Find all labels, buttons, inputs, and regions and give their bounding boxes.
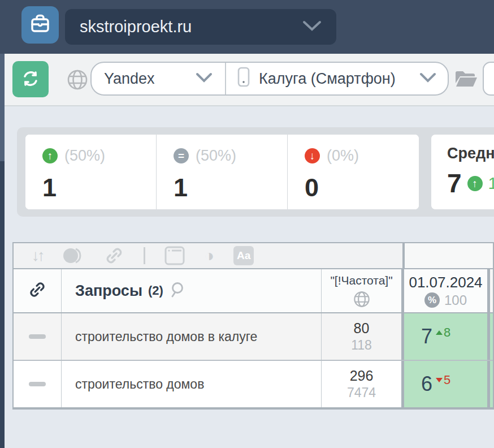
frequency-label: "[!Частота]" (330, 274, 392, 287)
percent-icon: % (424, 292, 440, 308)
search-icon[interactable] (170, 281, 187, 300)
case-icon[interactable]: Aa (233, 246, 254, 265)
contrast-icon[interactable]: ◑ (204, 247, 214, 264)
sort-icon[interactable]: ↓↑ (32, 247, 43, 265)
chevron-down-icon (419, 70, 436, 88)
overlapping-circles-icon[interactable] (62, 246, 85, 265)
dash-icon (29, 382, 46, 386)
queries-count: (2) (148, 283, 163, 298)
date-label: 01.07.2024 (409, 274, 482, 291)
next-position-sliver (490, 361, 493, 407)
delta-value: 5 (444, 373, 450, 387)
query-cell[interactable]: строительство домов (62, 361, 322, 407)
region-select[interactable]: Калуга (Смартфон) (226, 63, 448, 94)
arrow-down-circle-icon: ↓ (305, 148, 320, 163)
stat-card-same: = (50%) 1 (157, 135, 288, 209)
arrow-up-circle-icon: ↑ (467, 176, 483, 191)
average-position-title: Средня (447, 145, 494, 162)
stat-value: 0 (305, 175, 419, 200)
top-bar: skstroiproekt.ru (0, 0, 494, 54)
triangle-up-icon (436, 330, 443, 335)
project-selector[interactable]: skstroiproekt.ru (65, 9, 336, 45)
chevron-down-icon (196, 70, 213, 88)
position-cell[interactable]: 7 8 (404, 313, 487, 360)
table-toolbar: ↓↑ (14, 243, 493, 269)
query-text: строительство домов в калуге (75, 329, 257, 344)
stat-percent: (50%) (64, 147, 105, 165)
frequency-cell: 296 7474 (322, 361, 401, 407)
stat-card-down: ↓ (0%) 0 (288, 135, 419, 209)
stat-value: 1 (42, 175, 156, 200)
table-row[interactable]: строительство домов в калуге 80 118 7 8 (14, 313, 493, 361)
frequency-column-header[interactable]: "[!Частота]" (322, 269, 401, 312)
link-column-header[interactable] (14, 269, 62, 312)
date-column-header[interactable]: 01.07.2024 % 100 (404, 269, 487, 312)
search-engine-value: Yandex (104, 70, 155, 88)
window-icon[interactable] (164, 246, 185, 265)
stat-card-up: ↑ (50%) 1 (25, 135, 157, 209)
frequency-sub-value: 7474 (347, 385, 376, 400)
row-link-cell[interactable] (14, 313, 62, 360)
globe-icon (353, 291, 370, 310)
project-briefcase-button[interactable] (21, 6, 59, 44)
briefcase-icon (29, 12, 51, 37)
scrollbar-thumb[interactable] (0, 54, 5, 161)
position-cell[interactable]: 6 5 (404, 361, 487, 407)
frequency-cell: 80 118 (322, 313, 401, 360)
frequency-sub-value: 118 (351, 338, 372, 353)
toolbar-divider (144, 247, 145, 264)
folder-icon[interactable] (454, 68, 478, 91)
position-delta-down: 5 (436, 373, 450, 387)
average-position-card: Средня 7 ↑ 1 (431, 134, 494, 210)
dash-icon (29, 334, 46, 339)
region-value: Калуга (Смартфон) (259, 70, 396, 88)
frequency-value: 80 (354, 320, 370, 337)
position-value: 6 (421, 374, 432, 394)
refresh-button[interactable] (12, 61, 49, 97)
triangle-down-icon (436, 378, 443, 382)
table-toolbar-right (405, 243, 493, 268)
table-toolbar-icons: ↓↑ (14, 243, 402, 268)
project-domain: skstroiproekt.ru (80, 18, 192, 36)
row-link-cell[interactable] (14, 361, 62, 407)
next-position-sliver (490, 313, 493, 360)
next-column-sliver (490, 269, 493, 312)
table-header-row: Запросы (2) "[!Частота]" (14, 269, 493, 313)
queries-column-header[interactable]: Запросы (2) (62, 269, 322, 312)
equal-circle-icon: = (174, 148, 189, 163)
stat-percent: (0%) (327, 147, 359, 165)
query-text: строительство домов (75, 377, 204, 392)
summary-cards-group: ↑ (50%) 1 = (50%) 1 ↓ (0%) 0 (25, 134, 419, 210)
stat-value: 1 (174, 175, 287, 200)
refresh-icon (20, 68, 41, 91)
table-row[interactable]: строительство домов 296 7474 6 5 (14, 361, 493, 408)
summary-panel: ↑ (50%) 1 = (50%) 1 ↓ (0%) 0 С (17, 127, 494, 217)
delta-value: 8 (444, 325, 450, 340)
stat-percent: (50%) (196, 147, 236, 165)
filters-toolbar: Yandex Калуга (Смартфон) (5, 54, 494, 106)
position-value: 7 (421, 326, 432, 347)
search-filters-group: Yandex Калуга (Смартфон) (90, 62, 449, 96)
arrow-up-circle-icon: ↑ (42, 148, 58, 163)
rank-tracker-app: skstroiproekt.ru (0, 0, 494, 448)
chevron-down-icon (302, 20, 322, 35)
keywords-table: ↓↑ (12, 242, 494, 410)
frequency-value: 296 (350, 368, 374, 384)
search-engine-select[interactable]: Yandex (92, 63, 226, 94)
clipped-toolbar-control[interactable] (483, 62, 494, 96)
link-icon[interactable] (104, 245, 124, 266)
query-cell[interactable]: строительство домов в калуге (62, 313, 322, 360)
average-position-value: 7 (447, 170, 462, 196)
position-delta-up: 8 (436, 325, 450, 340)
globe-icon (67, 69, 88, 93)
queries-label: Запросы (75, 282, 142, 300)
link-icon (28, 280, 47, 301)
date-snapshot-count: 100 (444, 292, 467, 308)
left-scroll-track (0, 54, 5, 448)
smartphone-icon (237, 67, 250, 91)
average-position-delta: 1 (488, 174, 494, 193)
